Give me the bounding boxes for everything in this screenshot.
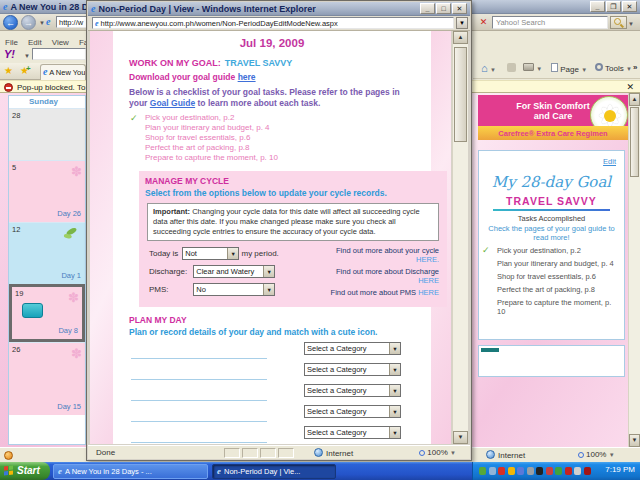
chevron-down-icon[interactable]: ▼ [389, 406, 400, 417]
popup-window-title: Non-Period Day | View - Windows Internet… [98, 4, 315, 14]
feeds-button[interactable] [507, 63, 516, 74]
scroll-down-icon[interactable]: ▼ [453, 431, 468, 444]
popup-vertical-scrollbar[interactable]: ▲ ▼ [452, 31, 468, 444]
scroll-up-icon[interactable]: ▲ [453, 31, 468, 44]
category-select[interactable]: Select a Category▼ [304, 405, 401, 418]
minimize-button[interactable]: _ [420, 3, 435, 14]
category-select[interactable]: Select a Category▼ [304, 384, 401, 397]
carefree-regimen-strip[interactable]: Carefree® Extra Care Regimen [478, 126, 628, 140]
scroll-down-icon[interactable]: ▼ [629, 434, 640, 447]
tray-icon[interactable] [517, 467, 524, 475]
close-button[interactable]: ✕ [452, 3, 467, 14]
pms-select[interactable]: No▼ [193, 283, 275, 296]
plan-entry-line[interactable] [131, 400, 267, 401]
home-button[interactable]: ⌂ ▼ [481, 63, 496, 74]
chevron-down-icon[interactable]: ▼ [389, 385, 400, 396]
calendar-cell-28[interactable]: 28 [9, 108, 85, 160]
calendar-cell-12[interactable]: 12Day 1 [9, 222, 85, 284]
goal-guide-link[interactable]: Goal Guide [150, 98, 195, 108]
menu-item-favorit[interactable]: Favorit [79, 38, 86, 46]
tray-icon[interactable] [555, 467, 562, 475]
popup-browser-window: e Non-Period Day | View - Windows Intern… [86, 0, 472, 461]
category-select[interactable]: Select a Category▼ [304, 426, 401, 439]
yahoo-search-input[interactable]: Yahoo! Search [492, 16, 608, 29]
popup-address-input[interactable]: ehttp://www.anewyou.com.ph/women/Non-Per… [92, 17, 454, 29]
start-button[interactable]: Start [0, 462, 50, 480]
address-dropdown-icon[interactable]: ▼ [456, 17, 468, 29]
search-dropdown-icon[interactable]: ▼ [628, 21, 634, 27]
chevron-down-icon[interactable]: ▼ [227, 248, 238, 259]
category-select[interactable]: Select a Category▼ [304, 342, 401, 355]
search-button[interactable] [610, 16, 627, 29]
tray-icon[interactable] [565, 467, 572, 475]
menu-item-edit[interactable]: Edit [28, 38, 42, 46]
yahoo-toolbar: Y! ▼ [0, 46, 86, 63]
period-select[interactable]: Not▼ [182, 247, 239, 260]
print-button[interactable]: ▼ [523, 63, 542, 73]
forward-button[interactable]: → [21, 15, 36, 30]
stop-button[interactable]: ✕ [477, 16, 490, 29]
yahoo-toolbar-search-input[interactable] [32, 48, 86, 60]
infobar-close-icon[interactable]: ✕ [626, 82, 634, 92]
find-out-more-link[interactable]: HERE [418, 276, 439, 285]
favorites-star-icon[interactable]: ★ [4, 65, 13, 76]
task-item: Perfect the art of packing, p.8 [143, 143, 415, 153]
plan-entry-line[interactable] [131, 442, 267, 443]
scrollbar-thumb[interactable] [454, 47, 467, 142]
tray-icon[interactable] [498, 467, 505, 475]
maximize-button[interactable]: □ [436, 3, 451, 14]
back-button[interactable]: ← [3, 15, 18, 30]
scrollbar-thumb[interactable] [630, 107, 639, 177]
chevron-down-icon[interactable]: ▼ [389, 427, 400, 438]
tray-icon[interactable] [584, 467, 591, 475]
chevron-down-icon[interactable]: ▼ [389, 364, 400, 375]
browser-tab[interactable]: e A New You i [40, 64, 86, 80]
background-address-input[interactable]: http://w [56, 16, 90, 28]
popup-status-bar: Done Internet 100% ▼ [88, 445, 470, 459]
menu-item-file[interactable]: File [5, 38, 18, 46]
background-zoom-control[interactable]: 100% ▼ [578, 450, 615, 459]
tray-icon[interactable] [546, 467, 553, 475]
popup-zoom-control[interactable]: 100% ▼ [419, 448, 456, 457]
category-select[interactable]: Select a Category▼ [304, 363, 401, 376]
minimize-button[interactable]: _ [590, 1, 605, 12]
tray-icons [479, 467, 591, 475]
find-out-more-link[interactable]: HERE. [416, 255, 439, 264]
taskbar-item-background-window[interactable]: eA New You in 28 Days - ... [53, 464, 208, 479]
tray-icon[interactable] [536, 467, 543, 475]
restore-button[interactable]: ❐ [606, 1, 621, 12]
tray-icon[interactable] [527, 467, 534, 475]
find-out-more-link[interactable]: HERE [418, 288, 439, 297]
category-select-value: Select a Category [305, 343, 389, 354]
tray-icon[interactable] [489, 467, 496, 475]
page-menu-button[interactable]: Page ▼ [551, 63, 587, 74]
chevron-down-icon[interactable]: ▼ [389, 343, 400, 354]
plan-entry-line[interactable] [131, 421, 267, 422]
tray-icon[interactable] [574, 467, 581, 475]
close-button[interactable]: ✕ [622, 1, 637, 12]
scroll-up-icon[interactable]: ▲ [629, 93, 640, 106]
plan-entry-line[interactable] [131, 379, 267, 380]
work-on-goal-line: WORK ON MY GOAL:TRAVEL SAVVY [129, 58, 415, 68]
chevron-down-icon[interactable]: ▼ [263, 266, 274, 277]
tray-icon[interactable] [508, 467, 515, 475]
menu-item-view[interactable]: View [52, 38, 69, 46]
calendar-cell-19[interactable]: 19✽Day 8 [9, 284, 85, 342]
discharge-select[interactable]: Clear and Watery▼ [193, 265, 275, 278]
edit-goal-link[interactable]: Edit [603, 157, 616, 166]
tray-icon[interactable] [479, 467, 486, 475]
calendar-cell-26[interactable]: 26✽Day 15 [9, 342, 85, 415]
plan-row: Select a Category▼ [129, 362, 415, 383]
calendar-cell-5[interactable]: 5✽Day 26 [9, 160, 85, 222]
plan-entry-line[interactable] [131, 358, 267, 359]
add-favorite-icon[interactable]: ★ [20, 65, 34, 76]
taskbar-item-popup-window[interactable]: eNon-Period Day | Vie... [212, 464, 336, 479]
yahoo-dropdown-icon[interactable]: ▼ [24, 53, 30, 59]
background-vertical-scrollbar[interactable]: ▲ ▼ [628, 93, 640, 447]
toolbar-overflow-chevron[interactable]: » [633, 63, 637, 72]
download-here-link[interactable]: here [238, 72, 256, 82]
tools-menu-button[interactable]: Tools ▼ [595, 63, 632, 73]
history-dropdown-icon[interactable]: ▼ [39, 20, 45, 26]
chevron-down-icon[interactable]: ▼ [263, 284, 274, 295]
page-icon [551, 63, 558, 72]
